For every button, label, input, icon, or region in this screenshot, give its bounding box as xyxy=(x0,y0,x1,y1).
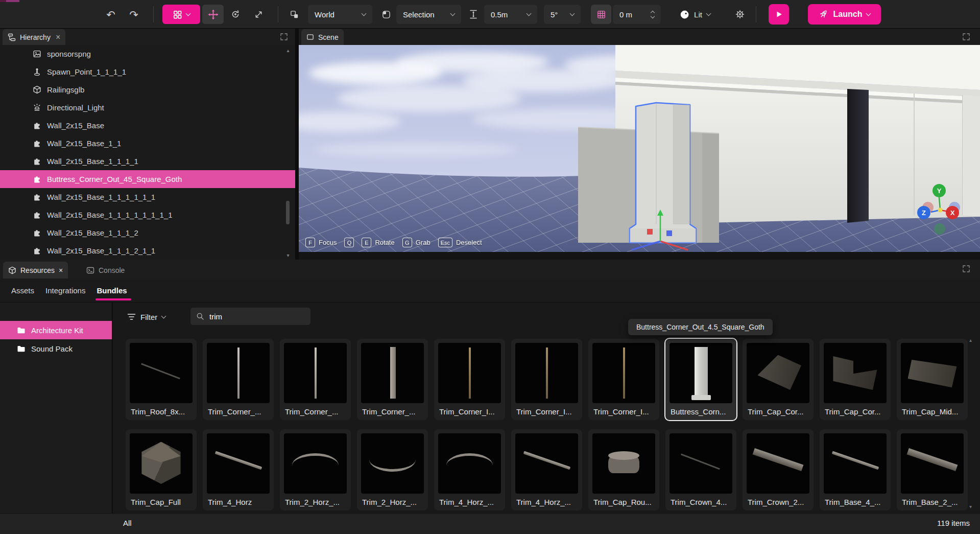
asset-card[interactable]: Trim_Cap_Cor... xyxy=(820,339,891,420)
hierarchy-scrollbar[interactable] xyxy=(286,201,290,224)
asset-card[interactable]: Buttress_Corn... xyxy=(665,339,736,420)
hierarchy-item[interactable]: Buttress_Corner_Out_45_Square_Goth xyxy=(0,170,295,188)
hierarchy-item[interactable]: Railingsglb xyxy=(0,81,295,99)
panel-divider xyxy=(295,29,299,260)
asset-card[interactable]: Trim_4_Horz_... xyxy=(511,429,582,510)
scale-tool-icon[interactable] xyxy=(250,5,267,24)
tab-integrations[interactable]: Integrations xyxy=(45,286,85,295)
expand-panel-icon[interactable] xyxy=(962,33,970,41)
asset-label: Trim_Corner_I... xyxy=(434,403,505,420)
entity-icon xyxy=(33,157,41,166)
play-button[interactable] xyxy=(769,4,789,25)
grid-snap-toggle[interactable] xyxy=(591,5,611,24)
expand-panel-icon[interactable] xyxy=(280,33,288,41)
search-input[interactable] xyxy=(208,312,300,321)
tab-scene[interactable]: Scene xyxy=(301,29,344,45)
selection-pivot-dropdown[interactable]: Selection xyxy=(396,5,461,24)
hierarchy-item[interactable]: Wall_2x15_Base_1_1_1_1_1_1_1_1 xyxy=(0,206,295,224)
asset-label: Trim_4_Horz_... xyxy=(434,494,505,510)
snap-height-icon[interactable] xyxy=(465,5,482,24)
tab-resources[interactable]: Resources × xyxy=(3,262,68,278)
asset-card[interactable]: Trim_Base_2_... xyxy=(897,429,968,510)
tab-hierarchy[interactable]: Hierarchy × xyxy=(3,29,65,45)
asset-card[interactable]: Trim_Roof_8x... xyxy=(126,339,197,420)
asset-search-box[interactable] xyxy=(190,308,310,325)
hierarchy-item[interactable]: Wall_2x15_Base_1_1_1_2_1_1 xyxy=(0,242,295,260)
asset-card[interactable]: Trim_Crown_4... xyxy=(665,429,736,510)
tab-bundles[interactable]: Bundles xyxy=(97,286,127,295)
undo-button[interactable]: ↶ xyxy=(102,5,119,24)
hierarchy-item[interactable]: Wall_2x15_Base_1_1_1_1_1_1 xyxy=(0,188,295,206)
rotate-snap-dropdown[interactable]: 5° xyxy=(544,5,581,24)
transform-space-icon[interactable] xyxy=(286,5,302,24)
filter-button[interactable]: Filter xyxy=(127,308,165,326)
hierarchy-item[interactable]: sponsorspng xyxy=(0,45,295,63)
asset-card[interactable]: Trim_Corner_I... xyxy=(434,339,505,420)
asset-card[interactable]: Trim_Corner_... xyxy=(280,339,351,420)
asset-card[interactable]: Trim_Cap_Full xyxy=(126,429,197,510)
entity-icon xyxy=(33,103,41,112)
asset-card[interactable]: Trim_Corner_... xyxy=(357,339,428,420)
hierarchy-item-label: Railingsglb xyxy=(47,85,84,94)
expand-panel-icon[interactable] xyxy=(962,265,970,273)
settings-gear-icon[interactable] xyxy=(731,5,749,24)
tab-console[interactable]: Console xyxy=(81,262,130,278)
hierarchy-item[interactable]: Wall_2x15_Base_1_1_1_2 xyxy=(0,224,295,242)
asset-grid-row: Trim_Cap_Full Trim_4_Horz Trim_2_Horz_..… xyxy=(126,429,968,510)
move-tool-button[interactable] xyxy=(202,5,224,24)
rotate-tool-icon[interactable] xyxy=(227,5,244,24)
asset-card[interactable]: Trim_4_Horz xyxy=(203,429,274,510)
scroll-down-icon[interactable]: ▾ xyxy=(969,504,972,509)
asset-label: Trim_Roof_8x... xyxy=(126,403,197,420)
move-snap-dropdown[interactable]: 0.5m xyxy=(484,5,537,24)
asset-card[interactable]: Trim_4_Horz_... xyxy=(434,429,505,510)
rotate-snap-value: 5° xyxy=(551,10,558,19)
asset-label: Buttress_Corn... xyxy=(665,403,736,420)
hierarchy-item[interactable]: Directional_Light xyxy=(0,99,295,117)
redo-button[interactable]: ↷ xyxy=(125,5,142,24)
asset-card[interactable]: Trim_Cap_Mid... xyxy=(897,339,968,420)
folder-item[interactable]: Architecture Kit xyxy=(0,321,112,339)
build-mode-button[interactable] xyxy=(162,5,200,24)
world-mode-dropdown[interactable]: World xyxy=(308,5,372,24)
toolbar-divider xyxy=(278,6,278,22)
window-corner-fragment xyxy=(6,0,19,2)
render-mode-dropdown[interactable]: Lit xyxy=(673,5,717,24)
shortcut-hint: F Focus xyxy=(305,238,337,247)
hierarchy-item[interactable]: Wall_2x15_Base_1_1 xyxy=(0,134,295,152)
elevation-stepper[interactable]: 0 m xyxy=(613,5,661,24)
asset-card[interactable]: Trim_Corner_... xyxy=(203,339,274,420)
asset-card[interactable]: Trim_Cap_Cor... xyxy=(743,339,814,420)
panel-tab-bar: Hierarchy × Scene xyxy=(0,29,980,45)
asset-card[interactable]: Trim_Base_4_... xyxy=(820,429,891,510)
entity-icon xyxy=(33,85,41,94)
folder-item[interactable]: Sound Pack xyxy=(0,339,112,358)
scene-icon xyxy=(306,33,314,41)
scroll-down-icon[interactable]: ▾ xyxy=(285,252,291,258)
footer-scope-label[interactable]: All xyxy=(123,519,132,527)
pivot-icon[interactable] xyxy=(378,5,394,24)
folder-label: Sound Pack xyxy=(31,344,73,353)
asset-card[interactable]: Trim_2_Horz_... xyxy=(357,429,428,510)
hierarchy-item[interactable]: Wall_2x15_Base_1_1_1_1 xyxy=(0,152,295,170)
asset-label: Trim_Base_4_... xyxy=(820,494,891,510)
close-icon[interactable]: × xyxy=(59,266,63,274)
asset-card[interactable]: Trim_2_Horz_... xyxy=(280,429,351,510)
scroll-up-icon[interactable]: ▴ xyxy=(969,337,972,343)
stepper-arrows-icon[interactable] xyxy=(651,11,654,18)
hierarchy-item[interactable]: Wall_2x15_Base xyxy=(0,117,295,134)
scene-viewport[interactable]: Y Z X F Focus Q E Rotate xyxy=(299,45,980,252)
asset-card[interactable]: Trim_Cap_Rou... xyxy=(588,429,659,510)
asset-card[interactable]: Trim_Crown_2... xyxy=(743,429,814,510)
asset-card[interactable]: Trim_Corner_I... xyxy=(511,339,582,420)
tab-assets[interactable]: Assets xyxy=(11,286,34,295)
asset-label: Trim_Corner_... xyxy=(357,403,428,420)
close-icon[interactable]: × xyxy=(56,33,60,42)
shortcut-hint: Esc Deselect xyxy=(438,238,482,247)
hierarchy-item-label: sponsorspng xyxy=(47,50,91,58)
scroll-up-icon[interactable]: ▴ xyxy=(285,48,291,53)
asset-card[interactable]: Trim_Corner_I... xyxy=(588,339,659,420)
keycap: Esc xyxy=(438,238,452,247)
hierarchy-item[interactable]: Spawn_Point_1_1_1_1 xyxy=(0,63,295,81)
launch-button[interactable]: Launch xyxy=(808,4,881,25)
